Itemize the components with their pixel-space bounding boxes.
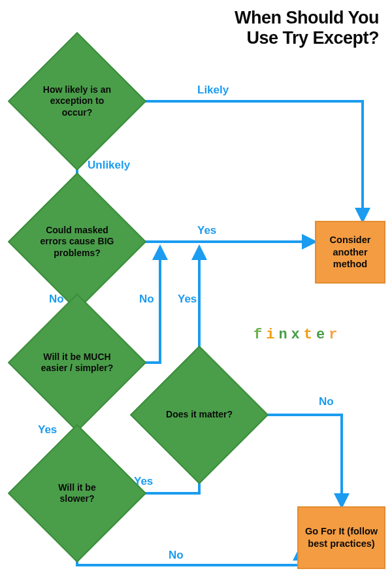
decision-text: How likely is an exception to occur? — [28, 52, 126, 150]
title-line-2: Use Try Except? — [246, 28, 379, 48]
outcome-go-for-it: Go For It (follow best practices) — [297, 506, 385, 569]
decision-text: Will it be MUCH easier / simpler? — [28, 314, 126, 412]
edge-label-yes: Yes — [197, 224, 216, 237]
edge-label-no: No — [319, 395, 334, 408]
decision-masked-errors: Could masked errors cause BIG problems? — [28, 193, 126, 291]
decision-does-it-matter: Does it matter? — [150, 366, 248, 464]
decision-easier-simpler: Will it be MUCH easier / simpler? — [28, 314, 126, 412]
edge-label-yes: Yes — [134, 475, 153, 488]
brand-logo: finxter — [253, 327, 341, 343]
box-text: Consider another method — [321, 234, 379, 271]
outcome-consider-another: Consider another method — [315, 221, 385, 284]
edge-label-no: No — [169, 549, 184, 562]
edge-label-yes: Yes — [38, 423, 57, 436]
decision-exception-likely: How likely is an exception to occur? — [28, 52, 126, 150]
edge-label-yes: Yes — [178, 293, 197, 306]
box-text: Go For It (follow best practices) — [304, 525, 379, 550]
title-line-1: When Should You — [235, 8, 379, 27]
edge-label-unlikely: Unlikely — [88, 159, 130, 172]
page-title: When Should You Use Try Except? — [235, 8, 379, 48]
decision-text: Could masked errors cause BIG problems? — [28, 193, 126, 291]
decision-text: Will it be slower? — [28, 444, 126, 542]
edge-label-likely: Likely — [197, 84, 229, 97]
edge-label-no: No — [139, 293, 154, 306]
edge-label-no: No — [49, 293, 64, 306]
decision-text: Does it matter? — [150, 366, 248, 464]
decision-slower: Will it be slower? — [28, 444, 126, 542]
